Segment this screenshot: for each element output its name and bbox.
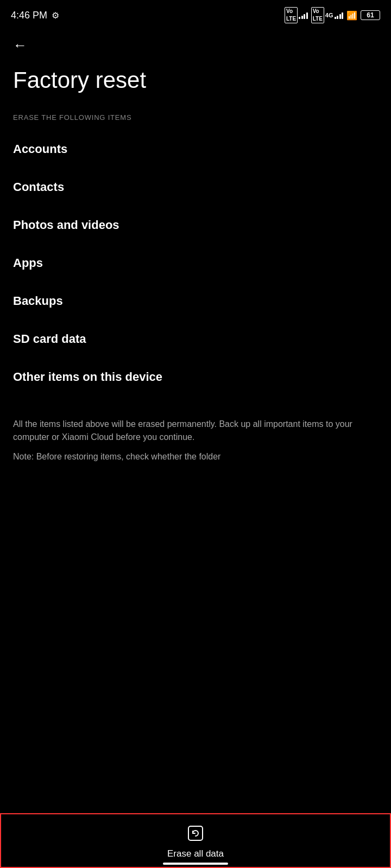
volte-badge-1: VoLTE <box>285 7 298 23</box>
gear-icon: ⚙ <box>52 10 59 21</box>
status-bar: 4:46 PM ⚙ VoLTE VoLTE 4G 📶 <box>0 0 391 28</box>
back-arrow-icon: ← <box>13 37 27 53</box>
list-item-sd-card: SD card data <box>0 320 391 358</box>
list-item-contacts: Contacts <box>0 168 391 206</box>
battery-indicator: 61 <box>361 10 380 20</box>
volte-signal-1: VoLTE <box>285 7 308 23</box>
disclaimer-note-text: Note: Before restoring items, check whet… <box>13 450 378 463</box>
status-time-area: 4:46 PM ⚙ <box>11 10 59 21</box>
page-title: Factory reset <box>0 58 391 98</box>
section-header: ERASE THE FOLLOWING ITEMS <box>0 98 391 130</box>
list-item-other-items: Other items on this device <box>0 358 391 396</box>
signal-bars-1 <box>299 11 308 19</box>
status-icons: VoLTE VoLTE 4G 📶 61 <box>285 7 380 23</box>
signal-bars-2 <box>335 11 344 19</box>
wifi-icon: 📶 <box>346 10 357 21</box>
disclaimer-section: All the items listed above will be erase… <box>0 396 391 474</box>
volte-signal-2: VoLTE 4G <box>311 7 343 23</box>
home-indicator <box>163 863 228 865</box>
list-item-accounts: Accounts <box>0 130 391 168</box>
disclaimer-main-text: All the items listed above will be erase… <box>13 418 378 444</box>
back-button[interactable]: ← <box>0 28 391 58</box>
volte-badge-2: VoLTE <box>311 7 324 23</box>
list-item-photos-videos: Photos and videos <box>0 206 391 244</box>
list-item-backups: Backups <box>0 282 391 320</box>
time-display: 4:46 PM <box>11 10 47 21</box>
erase-items-list: Accounts Contacts Photos and videos Apps… <box>0 130 391 396</box>
4g-label: 4G <box>325 12 333 18</box>
erase-data-icon <box>187 825 204 845</box>
list-item-apps: Apps <box>0 244 391 282</box>
erase-all-data-label: Erase all data <box>167 848 224 859</box>
erase-all-data-button[interactable]: Erase all data <box>0 813 391 868</box>
